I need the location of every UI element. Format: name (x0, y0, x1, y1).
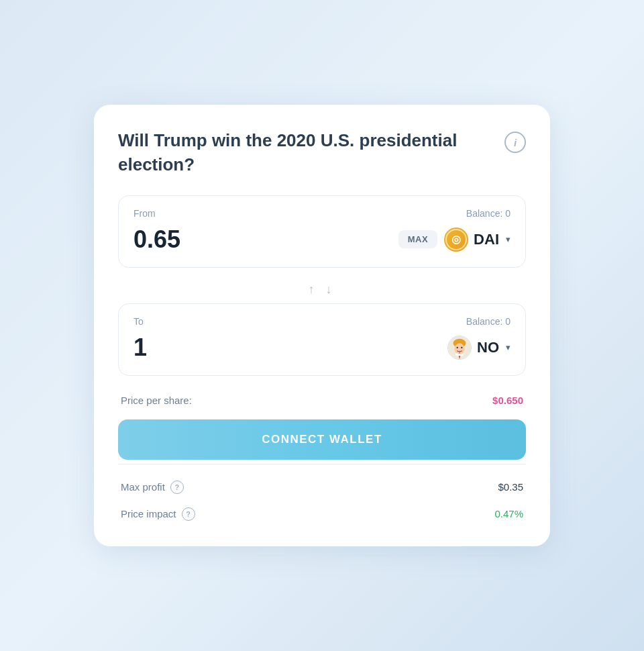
price-impact-row: Price impact ? 0.47% (118, 498, 526, 525)
main-card: Will Trump win the 2020 U.S. presidentia… (94, 105, 550, 546)
connect-wallet-button[interactable]: CONNECT WALLET (118, 419, 526, 460)
to-label: To (133, 316, 144, 327)
from-controls: MAX ◎ DAI ▾ (398, 228, 511, 252)
max-profit-row: Max profit ? $0.35 (118, 471, 526, 498)
to-box: To Balance: 0 1 (118, 303, 526, 376)
to-row: 1 (133, 334, 511, 362)
to-balance: Balance: 0 (466, 316, 511, 327)
to-chevron-icon: ▾ (506, 342, 511, 352)
max-profit-label-group: Max profit ? (121, 481, 184, 494)
from-amount: 0.65 (133, 226, 180, 254)
max-profit-value: $0.35 (498, 481, 523, 493)
from-row: 0.65 MAX ◎ DAI ▾ (133, 226, 511, 254)
dai-icon: ◎ (444, 228, 468, 252)
no-token-icon (447, 336, 472, 360)
from-token-selector[interactable]: ◎ DAI ▾ (444, 228, 511, 252)
price-impact-label-group: Price impact ? (121, 507, 195, 521)
price-label: Price per share: (121, 395, 192, 406)
from-balance: Balance: 0 (466, 208, 511, 219)
svg-point-3 (457, 346, 458, 348)
price-value: $0.650 (492, 395, 523, 406)
from-chevron-icon: ▾ (506, 234, 511, 244)
price-per-share-row: Price per share: $0.650 (118, 384, 526, 419)
max-profit-text: Max profit (121, 481, 165, 493)
divider (118, 464, 526, 464)
card-title: Will Trump win the 2020 U.S. presidentia… (118, 129, 467, 176)
max-button[interactable]: MAX (398, 230, 437, 248)
from-box: From Balance: 0 0.65 MAX ◎ DAI ▾ (118, 195, 526, 268)
from-token-name: DAI (474, 231, 499, 248)
info-icon[interactable]: i (504, 132, 526, 153)
card-header: Will Trump win the 2020 U.S. presidentia… (118, 129, 526, 176)
to-amount: 1 (133, 334, 147, 362)
from-label: From (133, 208, 156, 219)
svg-point-4 (461, 346, 462, 348)
price-impact-value: 0.47% (494, 508, 523, 519)
price-impact-help-icon[interactable]: ? (182, 507, 195, 521)
to-token-name: NO (477, 339, 499, 356)
swap-arrows[interactable]: ↑ ↓ (118, 276, 526, 303)
to-token-selector[interactable]: NO ▾ (447, 336, 511, 360)
svg-rect-5 (455, 353, 463, 356)
price-impact-text: Price impact (121, 508, 176, 519)
max-profit-help-icon[interactable]: ? (170, 481, 184, 494)
